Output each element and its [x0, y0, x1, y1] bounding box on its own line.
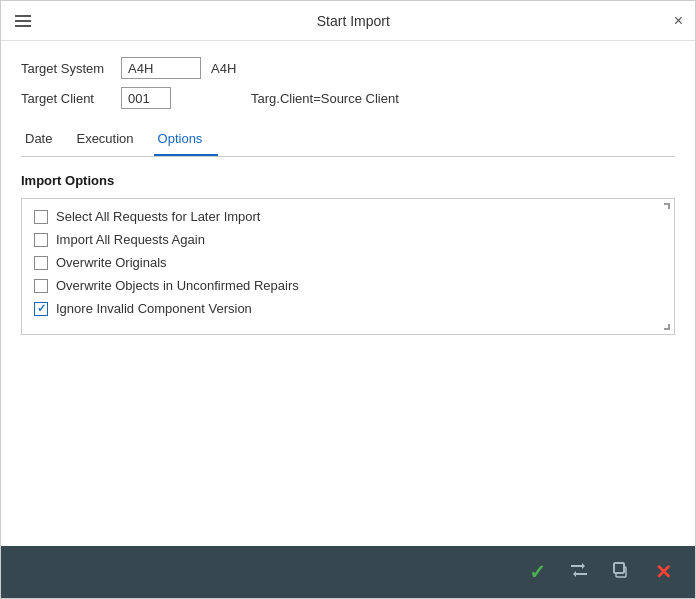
import-options-title: Import Options [21, 173, 675, 188]
cancel-button[interactable]: ✕ [647, 556, 679, 588]
option-row-overwrite-objects: Overwrite Objects in Unconfirmed Repairs [34, 278, 662, 293]
menu-icon[interactable] [13, 13, 33, 29]
confirm-button[interactable]: ✓ [521, 556, 553, 588]
option-row-ignore-invalid: Ignore Invalid Component Version [34, 301, 662, 316]
checkbox-overwrite-objects[interactable] [34, 279, 48, 293]
option-row-overwrite-originals: Overwrite Originals [34, 255, 662, 270]
resize-handle-br [664, 324, 670, 330]
transfer-button[interactable] [563, 556, 595, 588]
target-system-row: Target System A4H [21, 57, 675, 79]
checkbox-select-all[interactable] [34, 210, 48, 224]
footer-toolbar: ✓ ✕ [1, 546, 695, 598]
svg-rect-0 [571, 565, 583, 567]
checkbox-overwrite-originals[interactable] [34, 256, 48, 270]
import-options-box: Select All Requests for Later Import Imp… [21, 198, 675, 335]
close-icon[interactable]: × [674, 13, 683, 29]
dialog-title: Start Import [33, 13, 674, 29]
target-client-input[interactable] [121, 87, 171, 109]
option-row-select-all: Select All Requests for Later Import [34, 209, 662, 224]
transfer-icon [569, 560, 589, 585]
option-row-import-all: Import All Requests Again [34, 232, 662, 247]
svg-marker-1 [582, 563, 585, 569]
target-system-input[interactable] [121, 57, 201, 79]
tab-options[interactable]: Options [154, 125, 219, 156]
option-label-overwrite-objects: Overwrite Objects in Unconfirmed Repairs [56, 278, 299, 293]
resize-handle-tr [664, 203, 670, 209]
tab-execution[interactable]: Execution [72, 125, 149, 156]
title-bar: Start Import × [1, 1, 695, 41]
copy-icon [611, 560, 631, 585]
copy-button[interactable] [605, 556, 637, 588]
option-label-ignore-invalid: Ignore Invalid Component Version [56, 301, 252, 316]
target-client-label: Target Client [21, 91, 121, 106]
target-client-row: Target Client Targ.Client=Source Client [21, 87, 675, 109]
checkbox-ignore-invalid[interactable] [34, 302, 48, 316]
svg-rect-5 [614, 563, 624, 573]
content-area: Target System A4H Target Client Targ.Cli… [1, 41, 695, 546]
tab-date[interactable]: Date [21, 125, 68, 156]
option-label-overwrite-originals: Overwrite Originals [56, 255, 167, 270]
target-system-label: Target System [21, 61, 121, 76]
option-label-import-all: Import All Requests Again [56, 232, 205, 247]
option-label-select-all: Select All Requests for Later Import [56, 209, 260, 224]
tabs-bar: Date Execution Options [21, 125, 675, 157]
check-icon: ✓ [529, 560, 546, 584]
target-client-display: Targ.Client=Source Client [251, 91, 399, 106]
svg-rect-2 [575, 573, 587, 575]
svg-marker-3 [573, 571, 576, 577]
checkbox-import-all[interactable] [34, 233, 48, 247]
cancel-icon: ✕ [655, 560, 672, 584]
target-system-display: A4H [211, 61, 236, 76]
